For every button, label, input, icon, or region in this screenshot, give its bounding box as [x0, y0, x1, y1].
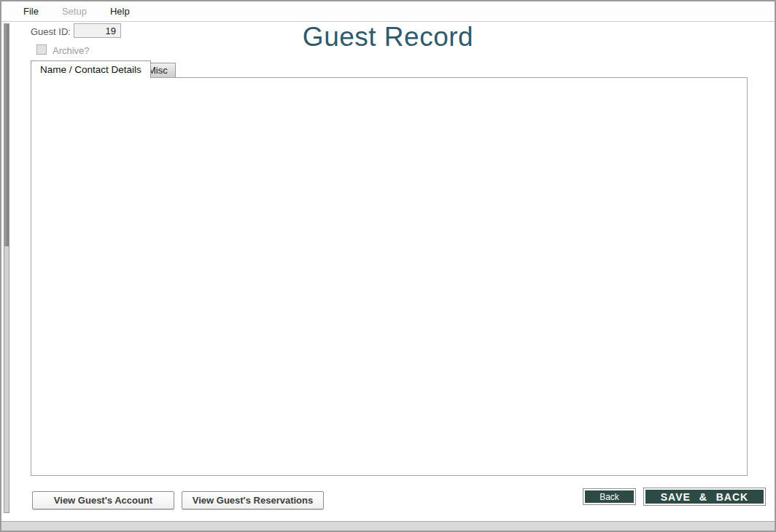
menu-bar: File Setup Help: [1, 1, 775, 22]
tab-name-contact-details[interactable]: Name / Contact Details: [31, 60, 151, 78]
left-scrollbar-thumb[interactable]: [4, 24, 9, 246]
menu-help[interactable]: Help: [100, 3, 140, 20]
back-button[interactable]: Back: [583, 488, 636, 505]
menu-file[interactable]: File: [13, 3, 49, 20]
status-strip: [1, 521, 775, 531]
main-panel: [31, 77, 748, 476]
left-scrollbar[interactable]: [4, 23, 9, 513]
guest-record-window: File Setup Help Guest ID: Archive? Guest…: [0, 0, 776, 532]
save-and-back-button[interactable]: SAVE & BACK: [643, 488, 766, 506]
page-title: Guest Record: [1, 22, 775, 52]
view-guests-reservations-button[interactable]: View Guest's Reservations: [182, 491, 324, 509]
menu-setup: Setup: [52, 3, 97, 20]
view-guests-account-button[interactable]: View Guest's Account: [32, 491, 174, 509]
